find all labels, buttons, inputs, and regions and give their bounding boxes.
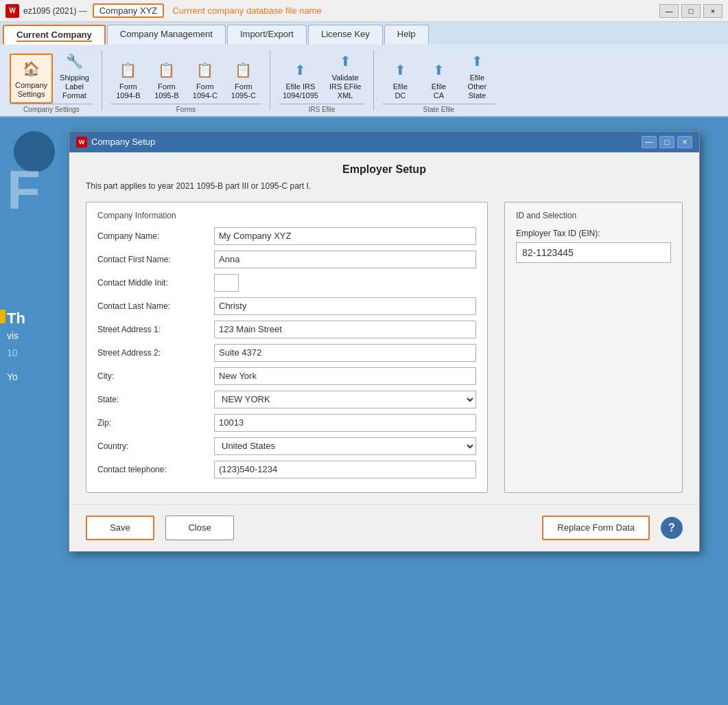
- ribbon-shipping-label[interactable]: 🔧 ShippingLabelFormat: [56, 47, 93, 104]
- form-1094b-label: Form1094-B: [116, 82, 140, 100]
- ein-input[interactable]: [516, 242, 671, 263]
- close-button-dialog[interactable]: Close: [165, 516, 234, 540]
- id-selection-section: ID and Selection Employer Tax ID (EIN):: [504, 202, 683, 493]
- group-label-irs-efile: IRS Efile: [279, 104, 365, 113]
- street-address-2-label: Street Address 2:: [97, 348, 214, 358]
- form-main: Company Information Company Name: Contac…: [86, 202, 683, 493]
- zip-input[interactable]: [214, 414, 476, 432]
- ribbon-form-1095c[interactable]: 📋 Form1095-C: [226, 56, 261, 103]
- dialog-titlebar: W Company Setup — □ ×: [69, 132, 699, 152]
- city-input[interactable]: [214, 367, 476, 385]
- telephone-row: Contact telephone:: [97, 461, 476, 478]
- bg-letter: F: [7, 159, 40, 222]
- ribbon-form-1095b[interactable]: 📋 Form1095-B: [149, 56, 185, 103]
- bg-text-1: Th: [7, 310, 25, 327]
- country-label: Country:: [97, 441, 214, 451]
- tab-import-export[interactable]: Import/Export: [227, 25, 307, 45]
- contact-first-row: Contact First Name:: [97, 251, 476, 268]
- dialog-title-left: W Company Setup: [76, 137, 155, 148]
- efile-dc-label: EfileDC: [393, 82, 408, 100]
- dialog-title-text: Company Setup: [91, 137, 155, 147]
- street-address-1-label: Street Address 1:: [97, 325, 214, 334]
- ribbon-efile-irs[interactable]: ⬆ Efile IRS1094/1095: [279, 56, 322, 103]
- title-annotation: Currrent company database file name: [172, 5, 322, 16]
- tab-current-company[interactable]: Current Company: [3, 25, 106, 45]
- city-row: City:: [97, 367, 476, 385]
- validate-xml-label: ValidateIRS EFileXML: [329, 73, 361, 101]
- company-info-section: Company Information Company Name: Contac…: [86, 202, 488, 493]
- telephone-input[interactable]: [214, 461, 476, 478]
- dialog-icon: W: [76, 137, 87, 148]
- company-name-display: Company XYZ: [93, 3, 165, 18]
- ribbon-efile-other[interactable]: ⬆ EfileOtherState: [459, 47, 495, 104]
- contact-last-input[interactable]: [214, 297, 476, 315]
- close-button[interactable]: ×: [703, 4, 723, 18]
- group-label-company-settings: Company Settings: [10, 104, 93, 113]
- country-select[interactable]: United States Canada Mexico: [214, 437, 476, 455]
- efile-dc-icon: ⬆: [389, 59, 411, 81]
- shipping-label-icon: 🔧: [63, 50, 85, 72]
- street-address-2-input[interactable]: [214, 344, 476, 362]
- company-settings-label: CompanySettings: [15, 81, 47, 99]
- form-1094b-icon: 📋: [117, 59, 139, 81]
- ribbon-form-1094c[interactable]: 📋 Form1094-C: [187, 56, 223, 103]
- tab-help[interactable]: Help: [384, 25, 429, 45]
- dialog-restore-button[interactable]: □: [659, 136, 674, 148]
- bg-text-2: vis: [7, 330, 19, 341]
- ribbon-form-1094b[interactable]: 📋 Form1094-B: [110, 56, 146, 103]
- save-button[interactable]: Save: [86, 516, 154, 540]
- ribbon-efile-dc[interactable]: ⬆ EfileDC: [382, 56, 418, 103]
- company-setup-dialog: W Company Setup — □ × Employer Setup Thi…: [69, 131, 700, 552]
- dialog-subtitle: This part applies to year 2021 1095-B pa…: [86, 181, 683, 191]
- telephone-label: Contact telephone:: [97, 465, 214, 474]
- shipping-label-label: ShippingLabelFormat: [60, 73, 89, 101]
- company-info-label: Company Information: [97, 211, 476, 220]
- zip-row: Zip:: [97, 414, 476, 432]
- title-bar: W ez1095 (2021) --- Company XYZ Currrent…: [0, 0, 728, 22]
- ribbon-company-settings[interactable]: 🏠 CompanySettings: [10, 54, 53, 103]
- tab-company-management[interactable]: Company Management: [107, 25, 226, 45]
- ribbon-validate-xml[interactable]: ⬆ ValidateIRS EFileXML: [325, 47, 365, 104]
- state-row: State: NEW YORK CALIFORNIA TEXAS FLORIDA: [97, 391, 476, 408]
- contact-middle-input[interactable]: [214, 274, 239, 292]
- validate-xml-icon: ⬆: [334, 50, 356, 72]
- ribbon: Current Company Company Management Impor…: [0, 22, 728, 117]
- group-label-state-efile: State Efile: [382, 104, 495, 113]
- street-address-1-input[interactable]: [214, 321, 476, 338]
- company-name-row: Company Name:: [97, 227, 476, 245]
- dialog-footer: Save Close Replace Form Data ?: [69, 504, 699, 551]
- help-button[interactable]: ?: [661, 517, 683, 539]
- bg-text-3: Yo: [7, 371, 18, 382]
- efile-irs-icon: ⬆: [290, 59, 312, 81]
- form-1094c-icon: 📋: [194, 59, 216, 81]
- dialog-close-button[interactable]: ×: [677, 136, 692, 148]
- dialog-body: Employer Setup This part applies to year…: [69, 152, 699, 504]
- minimize-button[interactable]: —: [659, 4, 679, 18]
- dialog-controls: — □ ×: [642, 136, 692, 148]
- contact-first-label: Contact First Name:: [97, 255, 214, 264]
- replace-form-data-button[interactable]: Replace Form Data: [542, 516, 650, 540]
- contact-first-input[interactable]: [214, 251, 476, 268]
- bg-link[interactable]: 10: [7, 347, 18, 358]
- form-1095b-label: Form1095-B: [154, 82, 178, 100]
- ribbon-efile-ca[interactable]: ⬆ EfileCA: [421, 56, 456, 103]
- state-select[interactable]: NEW YORK CALIFORNIA TEXAS FLORIDA: [214, 391, 476, 408]
- group-label-forms: Forms: [110, 104, 261, 113]
- efile-other-icon: ⬆: [466, 50, 488, 72]
- id-section-label: ID and Selection: [516, 211, 671, 220]
- contact-middle-label: Contact Middle Init:: [97, 278, 214, 288]
- form-1094c-label: Form1094-C: [193, 82, 218, 100]
- efile-irs-label: Efile IRS1094/1095: [283, 82, 318, 100]
- maximize-button[interactable]: □: [681, 4, 701, 18]
- company-name-label: Company Name:: [97, 231, 214, 241]
- state-label: State:: [97, 395, 214, 404]
- contact-last-label: Contact Last Name:: [97, 301, 214, 311]
- ribbon-tabs: Current Company Company Management Impor…: [0, 22, 728, 45]
- company-name-input[interactable]: [214, 227, 476, 245]
- tab-license-key[interactable]: License Key: [308, 25, 383, 45]
- city-label: City:: [97, 371, 214, 381]
- street-address-2-row: Street Address 2:: [97, 344, 476, 362]
- form-1095c-icon: 📋: [233, 59, 255, 81]
- dialog-minimize-button[interactable]: —: [642, 136, 657, 148]
- ein-label: Employer Tax ID (EIN):: [516, 229, 671, 238]
